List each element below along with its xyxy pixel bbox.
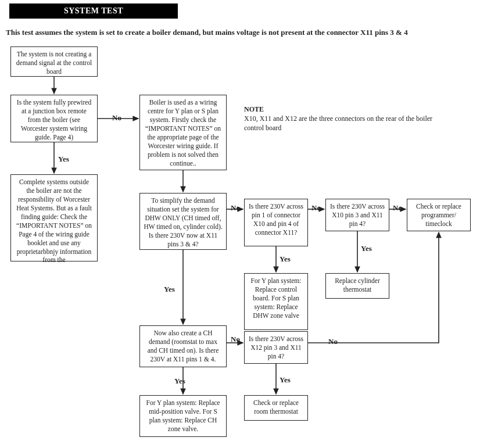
box-230v-x10p3-x11p4: Is there 230V across X10 pin 3 and X11 p… <box>325 199 389 231</box>
box-replace-valve: For Y plan system: Replace mid-position … <box>139 395 227 437</box>
box-replace-cyl-thermostat: Replace cylinder thermostat <box>325 273 389 299</box>
box-room-thermostat: Check or replace room thermostat <box>244 395 308 421</box>
intro-text: This test assumes the system is set to c… <box>6 28 471 37</box>
label-no-b6: No <box>311 203 321 213</box>
box-replace-programmer: Check or replace programmer/ timeclock <box>407 199 471 231</box>
note-title: NOTE <box>244 105 442 114</box>
box-ch-demand-decision: Now also create a CH demand (roomstat to… <box>139 325 227 367</box>
label-no-b2: No <box>112 113 121 123</box>
box-replace-board-or-valve: For Y plan system: Replace control board… <box>244 273 308 330</box>
box-start: The system is not creating a demand sign… <box>10 46 98 77</box>
label-no-b7: No <box>393 203 402 213</box>
section-header: SYSTEM TEST <box>9 3 178 19</box>
box-dhw-only-decision: To simplify the demand situation set the… <box>139 193 227 250</box>
label-yes-b11: Yes <box>174 377 185 386</box>
label-no-b12: No <box>328 337 338 346</box>
box-external-systems: Complete systems outside the boiler are … <box>10 174 98 261</box>
label-yes-b2: Yes <box>58 155 69 164</box>
label-no-b5: No <box>231 203 240 213</box>
box-230v-x12p3-x11p4: Is there 230V across X12 pin 3 and X11 p… <box>244 331 308 364</box>
label-no-b11: No <box>231 335 240 344</box>
label-yes-b12: Yes <box>280 375 291 385</box>
page: SYSTEM TEST This test assumes the system… <box>0 0 480 448</box>
box-230v-x10p1-x11p4: Is there 230V across pin 1 of connector … <box>244 199 308 246</box>
label-yes-b6: Yes <box>280 255 291 264</box>
label-yes-b7: Yes <box>361 244 372 253</box>
note-body: X10, X11 and X12 are the three connector… <box>244 114 442 132</box>
section-header-text: SYSTEM TEST <box>64 6 123 16</box>
box-wiring-centre: Boiler is used as a wiring centre for Y … <box>139 95 227 170</box>
label-yes-b5: Yes <box>164 285 175 294</box>
note-block: NOTE X10, X11 and X12 are the three conn… <box>244 105 442 133</box>
box-prewired-decision: Is the system fully prewired at a juncti… <box>10 95 98 142</box>
